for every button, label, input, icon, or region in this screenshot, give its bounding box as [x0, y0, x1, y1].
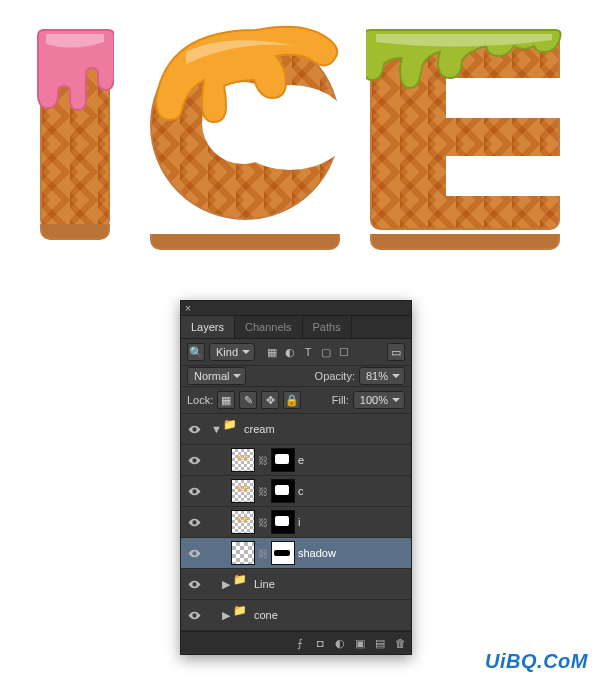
mask-thumb	[271, 541, 295, 565]
mask-thumb	[271, 448, 295, 472]
twisty-icon[interactable]: ▶	[221, 578, 231, 591]
fx-icon[interactable]: ⨍	[293, 637, 307, 650]
blend-mode-select[interactable]: Normal	[187, 370, 246, 382]
lock-trans-icon[interactable]: ▦	[217, 391, 235, 409]
lock-all-icon[interactable]: 🔒	[283, 391, 301, 409]
lock-paint-icon[interactable]: ✎	[239, 391, 257, 409]
layer-group-line[interactable]: ▶ 📁 Line	[181, 569, 411, 600]
trash-icon[interactable]: 🗑	[393, 637, 407, 649]
tab-channels[interactable]: Channels	[235, 316, 302, 338]
layer-i[interactable]: ⛓ i	[181, 507, 411, 538]
group-icon[interactable]: ▣	[353, 637, 367, 650]
twisty-icon[interactable]: ▼	[211, 423, 221, 435]
tab-layers[interactable]: Layers	[181, 316, 235, 338]
opacity-select[interactable]: 81%	[359, 370, 405, 382]
filter-shape-icon[interactable]: ▢	[318, 344, 334, 360]
visibility-toggle[interactable]	[185, 516, 203, 529]
layer-e[interactable]: ⛓ e	[181, 445, 411, 476]
visibility-toggle[interactable]	[185, 547, 203, 560]
drip-i	[36, 24, 114, 134]
layers-panel: × Layers Channels Paths 🔍 Kind ▦ ◐ T ▢ ☐…	[180, 300, 412, 655]
filter-type-icon[interactable]: T	[300, 344, 316, 360]
link-icon[interactable]: ⛓	[258, 486, 268, 497]
mask-thumb	[271, 479, 295, 503]
fill-label: Fill:	[332, 394, 349, 406]
panel-titlebar[interactable]: ×	[181, 301, 411, 316]
folder-icon: 📁	[233, 604, 251, 626]
layer-thumb	[231, 510, 255, 534]
mask-thumb	[271, 510, 295, 534]
search-icon[interactable]: 🔍	[187, 343, 205, 361]
folder-icon: 📁	[233, 573, 251, 595]
visibility-toggle[interactable]	[185, 578, 203, 591]
watermark: UiBQ.CoM	[485, 650, 588, 673]
filter-pixel-icon[interactable]: ▦	[264, 344, 280, 360]
visibility-toggle[interactable]	[185, 609, 203, 622]
layer-group-cream[interactable]: ▼ 📁 cream	[181, 414, 411, 445]
visibility-toggle[interactable]	[185, 423, 203, 436]
layer-group-cone[interactable]: ▶ 📁 cone	[181, 600, 411, 631]
link-icon[interactable]: ⛓	[258, 517, 268, 528]
link-icon[interactable]: ⛓	[258, 455, 268, 466]
filter-smart-icon[interactable]: ☐	[336, 344, 352, 360]
visibility-toggle[interactable]	[185, 454, 203, 467]
artwork-preview	[0, 0, 600, 270]
filter-adjust-icon[interactable]: ◐	[282, 344, 298, 360]
lock-move-icon[interactable]: ✥	[261, 391, 279, 409]
link-icon[interactable]: ⛓	[258, 548, 268, 559]
twisty-icon[interactable]: ▶	[221, 609, 231, 622]
opacity-label: Opacity:	[315, 370, 355, 382]
adjustment-icon[interactable]: ◐	[333, 637, 347, 650]
lock-label: Lock:	[187, 394, 213, 406]
layer-thumb	[231, 448, 255, 472]
folder-icon: 📁	[223, 418, 241, 440]
filter-toggle[interactable]: ▭	[387, 343, 405, 361]
layer-thumb	[231, 479, 255, 503]
fill-select[interactable]: 100%	[353, 394, 405, 406]
layer-thumb	[231, 541, 255, 565]
close-icon[interactable]: ×	[185, 303, 191, 314]
drip-c	[146, 24, 346, 164]
filter-kind-select[interactable]: Kind	[209, 346, 255, 358]
drip-e	[366, 24, 566, 134]
mask-icon[interactable]: ◘	[313, 637, 327, 649]
layer-shadow[interactable]: ⛓ shadow	[181, 538, 411, 569]
new-layer-icon[interactable]: ▤	[373, 637, 387, 650]
visibility-toggle[interactable]	[185, 485, 203, 498]
layer-c[interactable]: ⛓ c	[181, 476, 411, 507]
tab-paths[interactable]: Paths	[303, 316, 352, 338]
